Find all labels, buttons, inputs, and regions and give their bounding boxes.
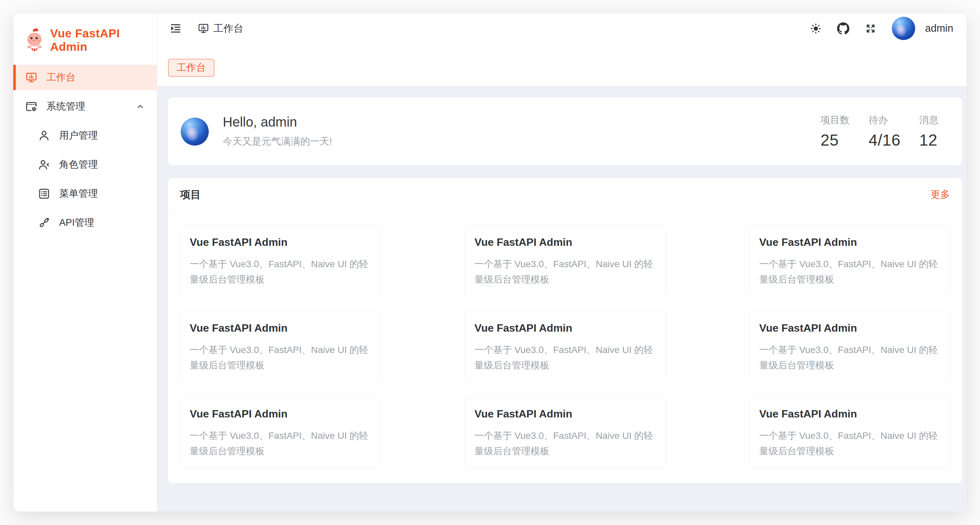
sidebar-item-label: 菜单管理 [59,187,98,200]
project-name: Vue FastAPI Admin [190,236,371,248]
theme-sun-icon [810,22,822,35]
sidebar-item-label: 工作台 [46,71,75,84]
project-card[interactable]: Vue FastAPI Admin 一个基于 Vue3.0、FastAPI、Na… [749,225,951,296]
welcome-card: Hello, admin 今天又是元气满满的一天! 项目数 25 待办 4/16… [168,97,962,165]
sidebar-item-role-management[interactable]: 角色管理 [13,152,157,177]
project-description: 一个基于 Vue3.0、FastAPI、Naive UI 的轻量级后台管理模板 [759,342,940,373]
sidebar-item-system-management[interactable]: 系统管理 [13,94,157,119]
sidebar-item-menu-management[interactable]: 菜单管理 [13,181,157,207]
project-description: 一个基于 Vue3.0、FastAPI、Naive UI 的轻量级后台管理模板 [759,256,940,287]
app-logo: Vue FastAPI Admin [13,13,157,53]
stat-label: 待办 [869,113,900,127]
username-label[interactable]: admin [925,22,953,34]
stat-projects: 项目数 25 [821,113,850,149]
sidebar-item-user-management[interactable]: 用户管理 [13,123,157,148]
greeting-text: Hello, admin [223,115,332,130]
user-avatar-large [181,118,209,146]
fullscreen-icon [864,22,877,35]
sidebar: Vue FastAPI Admin 工作台 系统管理 用户管理 角色管理 [13,13,158,512]
tags-bar: 工作台 [158,43,967,86]
sidebar-menu: 工作台 系统管理 用户管理 角色管理 菜单管理 API管理 [13,65,157,239]
fullscreen-button[interactable] [864,22,877,35]
stat-messages: 消息 12 [919,113,948,149]
project-name: Vue FastAPI Admin [475,408,655,420]
sidebar-item-api-management[interactable]: API管理 [13,210,157,235]
projects-card: 项目 更多 Vue FastAPI Admin 一个基于 Vue3.0、Fast… [168,178,962,483]
workbench-icon [25,71,38,84]
projects-grid: Vue FastAPI Admin 一个基于 Vue3.0、FastAPI、Na… [168,212,962,468]
project-name: Vue FastAPI Admin [475,236,655,248]
project-description: 一个基于 Vue3.0、FastAPI、Naive UI 的轻量级后台管理模板 [475,428,655,459]
project-description: 一个基于 Vue3.0、FastAPI、Naive UI 的轻量级后台管理模板 [475,256,655,287]
sidebar-item-label: API管理 [59,216,94,229]
stat-value: 12 [919,131,948,149]
workbench-icon [197,22,209,34]
project-card[interactable]: Vue FastAPI Admin 一个基于 Vue3.0、FastAPI、Na… [179,225,381,296]
project-name: Vue FastAPI Admin [759,236,940,248]
stat-value: 4/16 [869,131,900,149]
sidebar-item-label: 系统管理 [46,100,85,113]
main-area: 工作台 admin 工作台 [158,13,967,512]
project-description: 一个基于 Vue3.0、FastAPI、Naive UI 的轻量级后台管理模板 [190,428,371,459]
user-avatar[interactable] [892,17,915,40]
stat-todos: 待办 4/16 [869,113,900,149]
sidebar-collapse-button[interactable] [169,22,182,35]
project-name: Vue FastAPI Admin [190,322,371,334]
breadcrumb[interactable]: 工作台 [197,22,243,35]
github-link-button[interactable] [837,22,850,35]
menu-fold-icon [169,22,182,35]
breadcrumb-label: 工作台 [213,22,243,35]
project-card[interactable]: Vue FastAPI Admin 一个基于 Vue3.0、FastAPI、Na… [179,311,381,382]
project-description: 一个基于 Vue3.0、FastAPI、Naive UI 的轻量级后台管理模板 [475,342,655,373]
github-icon [837,22,850,35]
content-area: Hello, admin 今天又是元气满满的一天! 项目数 25 待办 4/16… [158,86,967,512]
stat-value: 25 [821,131,850,149]
stat-label: 消息 [919,113,948,127]
project-name: Vue FastAPI Admin [759,322,940,334]
app-window: Vue FastAPI Admin 工作台 系统管理 用户管理 角色管理 [13,13,967,512]
sidebar-item-label: 角色管理 [59,158,98,171]
api-plug-icon [38,216,51,229]
projects-title: 项目 [180,188,201,202]
menu-list-icon [38,187,51,200]
header-actions: admin [810,17,953,40]
user-icon [38,129,51,142]
project-card[interactable]: Vue FastAPI Admin 一个基于 Vue3.0、FastAPI、Na… [464,311,666,382]
theme-toggle-button[interactable] [810,22,822,35]
sidebar-item-workbench[interactable]: 工作台 [13,65,157,90]
stat-label: 项目数 [821,113,850,127]
chevron-up-icon [135,101,146,112]
project-name: Vue FastAPI Admin [475,322,655,334]
more-link[interactable]: 更多 [931,188,950,201]
project-description: 一个基于 Vue3.0、FastAPI、Naive UI 的轻量级后台管理模板 [190,342,371,373]
project-name: Vue FastAPI Admin [759,408,940,420]
project-card[interactable]: Vue FastAPI Admin 一个基于 Vue3.0、FastAPI、Na… [464,397,666,468]
chick-logo-icon [25,29,44,52]
greeting-message: 今天又是元气满满的一天! [223,135,332,148]
project-card[interactable]: Vue FastAPI Admin 一个基于 Vue3.0、FastAPI、Na… [749,397,951,468]
top-header: 工作台 admin [158,13,967,43]
project-description: 一个基于 Vue3.0、FastAPI、Naive UI 的轻量级后台管理模板 [759,428,940,459]
stats-group: 项目数 25 待办 4/16 消息 12 [821,113,949,149]
tag-workbench[interactable]: 工作台 [168,59,215,77]
project-name: Vue FastAPI Admin [190,408,371,420]
role-icon [38,158,51,171]
project-card[interactable]: Vue FastAPI Admin 一个基于 Vue3.0、FastAPI、Na… [179,397,381,468]
app-title: Vue FastAPI Admin [50,27,157,53]
project-card[interactable]: Vue FastAPI Admin 一个基于 Vue3.0、FastAPI、Na… [464,225,666,296]
project-card[interactable]: Vue FastAPI Admin 一个基于 Vue3.0、FastAPI、Na… [749,311,951,382]
sidebar-item-label: 用户管理 [59,129,98,142]
projects-header: 项目 更多 [168,178,962,212]
system-settings-icon [25,100,38,113]
header-left: 工作台 [169,22,243,35]
greeting-block: Hello, admin 今天又是元气满满的一天! [223,115,332,148]
project-description: 一个基于 Vue3.0、FastAPI、Naive UI 的轻量级后台管理模板 [190,256,371,287]
